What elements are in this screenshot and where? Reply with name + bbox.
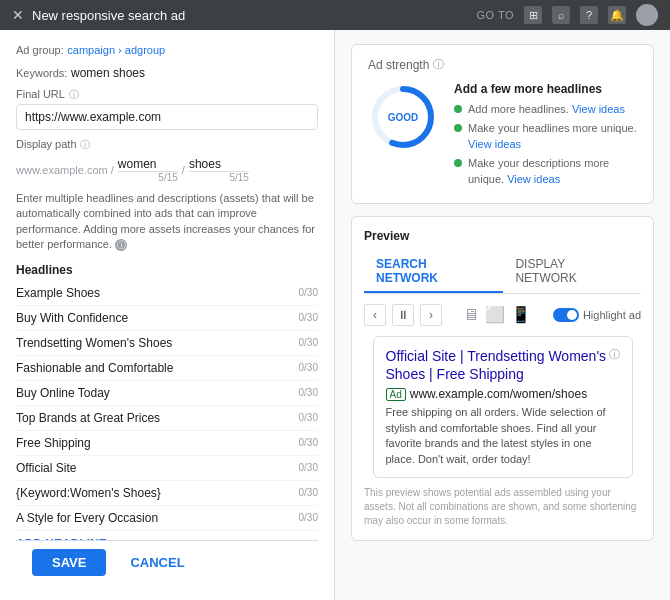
next-button[interactable]: ›: [420, 304, 442, 326]
info-icon-small: ⓘ: [115, 239, 127, 251]
info-text: Enter multiple headlines and description…: [16, 191, 318, 253]
gauge-container: GOOD: [368, 82, 438, 152]
prev-button[interactable]: ‹: [364, 304, 386, 326]
suggestion-link-3[interactable]: View ideas: [507, 173, 560, 185]
headline-text-6: Free Shipping: [16, 436, 236, 450]
suggestion-item-2: Make your headlines more unique. View id…: [454, 121, 637, 152]
ad-group-row: Ad group: campaign › adgroup: [16, 42, 318, 57]
preview-section: Preview SEARCH NETWORK DISPLAY NETWORK ‹…: [351, 216, 654, 541]
headline-count-6: 0/30: [288, 437, 318, 448]
cancel-button[interactable]: CANCEL: [116, 549, 198, 576]
suggestions-title: Add a few more headlines: [454, 82, 637, 96]
final-url-row: Final URL ⓘ https://www.example.com: [16, 88, 318, 130]
preview-tabs: SEARCH NETWORK DISPLAY NETWORK: [364, 251, 641, 294]
device-icons: 🖥 ⬜ 📱: [463, 305, 531, 324]
headline-row-6: Free Shipping 0/30: [16, 431, 318, 456]
suggestion-dot-2: [454, 124, 462, 132]
headline-row-0: Example Shoes 0/30: [16, 281, 318, 306]
headlines-title: Headlines: [16, 263, 318, 277]
avatar[interactable]: [636, 4, 658, 26]
bottom-bar: SAVE CANCEL: [16, 540, 318, 584]
display-path-1-input[interactable]: [118, 157, 178, 172]
display-path-1-wrapper: 5/15: [118, 156, 178, 183]
tab-search-network[interactable]: SEARCH NETWORK: [364, 251, 503, 293]
save-button[interactable]: SAVE: [32, 549, 106, 576]
headline-row-5: Top Brands at Great Prices 0/30: [16, 406, 318, 431]
headline-text-8: {Keyword:Women's Shoes}: [16, 486, 236, 500]
display-path-2-wrapper: 5/15: [189, 156, 249, 183]
headline-text-0: Example Shoes: [16, 286, 236, 300]
ad-title-link[interactable]: Official Site | Trendsetting Women's Sho…: [386, 348, 607, 382]
ad-card-wrapper: Official Site | Trendsetting Women's Sho…: [364, 336, 641, 478]
ad-description: Free shipping on all orders. Wide select…: [386, 405, 620, 467]
display-path-2-input[interactable]: [189, 157, 249, 172]
display-path-label: Display path ⓘ: [16, 138, 318, 152]
bell-icon[interactable]: 🔔: [608, 6, 626, 24]
headline-row-1: Buy With Confidence 0/30: [16, 306, 318, 331]
suggestion-item-1: Add more headlines. View ideas: [454, 102, 637, 117]
pause-button[interactable]: ⏸: [392, 304, 414, 326]
preview-nav: ‹ ⏸ ›: [364, 304, 442, 326]
ad-strength-body: GOOD Add a few more headlines Add more h…: [368, 82, 637, 191]
suggestion-dot-3: [454, 159, 462, 167]
headline-text-9: A Style for Every Occasion: [16, 511, 236, 525]
keywords-value: women shoes: [71, 66, 145, 80]
headline-count-1: 0/30: [288, 312, 318, 323]
right-panel: Ad strength ⓘ GOOD Add a few more headli…: [335, 30, 670, 600]
headline-row-8: {Keyword:Women's Shoes} 0/30: [16, 481, 318, 506]
headline-row-7: Official Site 0/30: [16, 456, 318, 481]
preview-controls: ‹ ⏸ › 🖥 ⬜ 📱 Highlight ad: [364, 304, 641, 326]
suggestion-dot-1: [454, 105, 462, 113]
preview-note: This preview shows potential ads assembl…: [364, 486, 641, 528]
grid-icon[interactable]: ⊞: [524, 6, 542, 24]
tab-display-network[interactable]: DISPLAY NETWORK: [503, 251, 641, 293]
headline-count-7: 0/30: [288, 462, 318, 473]
headline-row-9: A Style for Every Occasion 0/30: [16, 506, 318, 531]
ad-card: Official Site | Trendsetting Women's Sho…: [373, 336, 633, 478]
ad-group-label: Ad group:: [16, 44, 64, 56]
display-path-inputs: www.example.com / 5/15 / 5/15: [16, 156, 318, 183]
keywords-label: Keywords:: [16, 67, 67, 79]
close-icon[interactable]: ✕: [12, 7, 24, 23]
headlines-list: Example Shoes 0/30 Buy With Confidence 0…: [16, 281, 318, 531]
top-bar: ✕ New responsive search ad GO TO ⊞ ⌕ ? 🔔: [0, 0, 670, 30]
suggestion-link-2[interactable]: View ideas: [468, 138, 521, 150]
ad-card-info-icon: ⓘ: [609, 347, 620, 362]
toggle-knob: [567, 310, 577, 320]
suggestion-item-3: Make your descriptions more unique. View…: [454, 156, 637, 187]
ad-card-header: Official Site | Trendsetting Women's Sho…: [386, 347, 620, 383]
headline-text-3: Fashionable and Comfortable: [16, 361, 236, 375]
suggestion-link-1[interactable]: View ideas: [572, 103, 625, 115]
top-bar-left: ✕ New responsive search ad: [12, 7, 185, 23]
left-scroll: Ad group: campaign › adgroup Keywords: w…: [16, 42, 318, 552]
left-panel: Ad group: campaign › adgroup Keywords: w…: [0, 30, 335, 600]
tablet-icon[interactable]: ⬜: [485, 305, 505, 324]
highlight-ad-label: Highlight ad: [583, 309, 641, 321]
final-url-input[interactable]: https://www.example.com: [16, 104, 318, 130]
highlight-toggle-switch[interactable]: [553, 308, 579, 322]
headline-text-1: Buy With Confidence: [16, 311, 236, 325]
headline-text-4: Buy Online Today: [16, 386, 236, 400]
headline-count-2: 0/30: [288, 337, 318, 348]
headline-text-2: Trendsetting Women's Shoes: [16, 336, 236, 350]
ad-strength-section: Ad strength ⓘ GOOD Add a few more headli…: [351, 44, 654, 204]
mobile-icon[interactable]: 📱: [511, 305, 531, 324]
ad-title: Official Site | Trendsetting Women's Sho…: [386, 347, 609, 383]
headline-count-5: 0/30: [288, 412, 318, 423]
main-content: Ad group: campaign › adgroup Keywords: w…: [0, 30, 670, 600]
headline-row-2: Trendsetting Women's Shoes 0/30: [16, 331, 318, 356]
display-path-base: www.example.com /: [16, 164, 114, 176]
ad-strength-title: Ad strength ⓘ: [368, 57, 637, 72]
headline-count-3: 0/30: [288, 362, 318, 373]
suggestions-list: Add a few more headlines Add more headli…: [454, 82, 637, 191]
help-icon[interactable]: ?: [580, 6, 598, 24]
ad-group-link[interactable]: campaign › adgroup: [67, 44, 165, 56]
top-bar-right: GO TO ⊞ ⌕ ? 🔔: [476, 4, 658, 26]
go-to-label: GO TO: [476, 9, 514, 21]
ad-url-row: Ad www.example.com/women/shoes: [386, 387, 620, 401]
gauge-label: GOOD: [388, 112, 419, 123]
headline-count-8: 0/30: [288, 487, 318, 498]
search-icon[interactable]: ⌕: [552, 6, 570, 24]
display-path-1-counter: 5/15: [118, 172, 178, 183]
desktop-icon[interactable]: 🖥: [463, 306, 479, 324]
